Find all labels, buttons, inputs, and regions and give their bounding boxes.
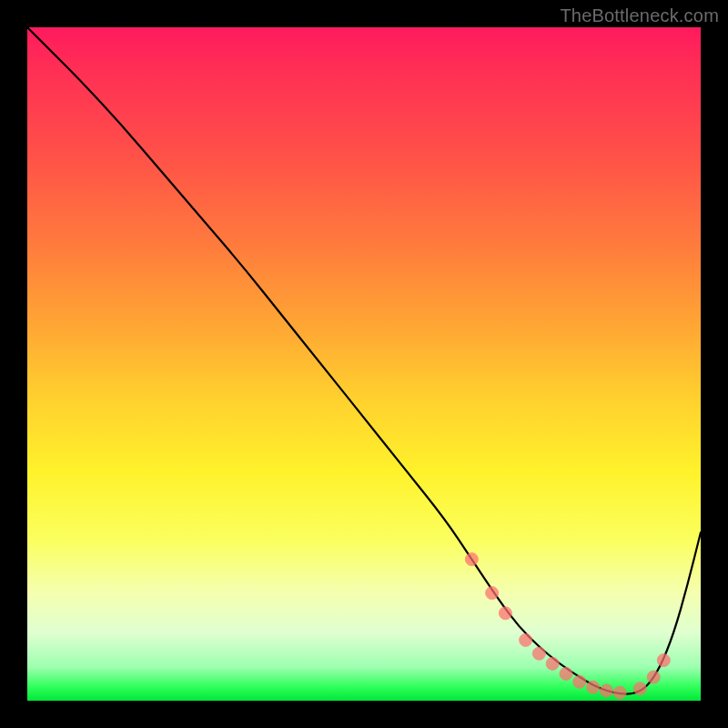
curve-marker — [486, 587, 499, 600]
watermark-text: TheBottleneck.com — [560, 5, 719, 26]
curve-svg — [27, 27, 701, 701]
plot-area — [27, 27, 701, 701]
bottleneck-curve — [27, 27, 701, 694]
curve-marker — [633, 682, 646, 695]
curve-marker — [573, 675, 586, 688]
curve-marker — [465, 553, 478, 566]
curve-marker — [657, 654, 670, 667]
curve-marker — [520, 633, 532, 646]
curve-marker — [532, 647, 545, 660]
curve-marker — [613, 686, 626, 699]
curve-markers — [465, 553, 670, 700]
curve-marker — [587, 681, 600, 693]
curve-marker — [560, 667, 572, 680]
curve-marker — [499, 607, 511, 620]
curve-marker — [647, 671, 660, 683]
chart-frame: TheBottleneck.com — [0, 0, 728, 728]
curve-marker — [600, 684, 612, 697]
curve-marker — [546, 657, 559, 670]
